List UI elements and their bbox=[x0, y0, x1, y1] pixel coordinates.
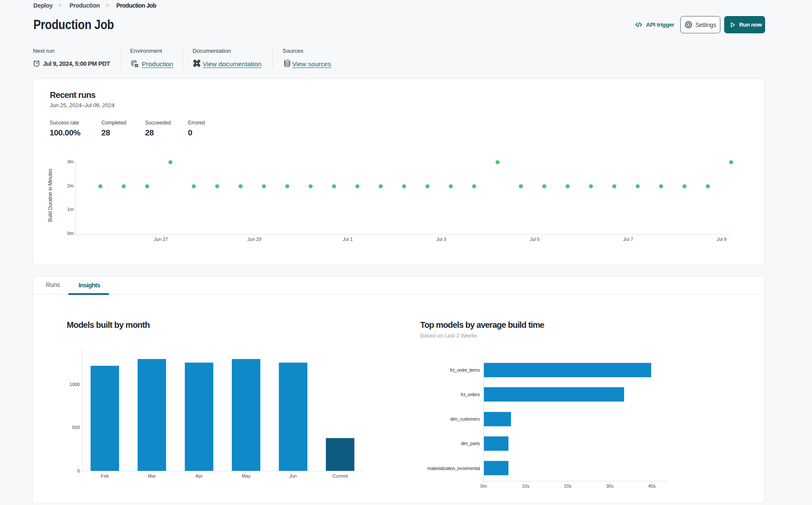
svg-text:Jun: Jun bbox=[289, 473, 297, 478]
svg-text:500: 500 bbox=[72, 425, 80, 430]
svg-text:May: May bbox=[242, 473, 250, 478]
svg-text:0m: 0m bbox=[67, 231, 73, 236]
svg-text:fct_orders: fct_orders bbox=[461, 392, 480, 397]
svg-text:Current: Current bbox=[332, 473, 348, 478]
svg-text:Jul 1: Jul 1 bbox=[343, 237, 353, 242]
svg-text:Jul 7: Jul 7 bbox=[623, 237, 633, 242]
svg-text:1000: 1000 bbox=[70, 382, 80, 387]
svg-text:dim_customers: dim_customers bbox=[450, 416, 480, 421]
svg-text:40s: 40s bbox=[648, 483, 656, 489]
svg-text:dim_parts: dim_parts bbox=[461, 441, 480, 446]
svg-text:2m: 2m bbox=[67, 183, 73, 188]
svg-text:Jul 5: Jul 5 bbox=[530, 237, 540, 242]
svg-text:materialization_incremental: materialization_incremental bbox=[427, 466, 480, 471]
svg-text:0m: 0m bbox=[481, 483, 487, 489]
svg-text:fct_order_items: fct_order_items bbox=[450, 367, 480, 373]
svg-text:Jul 9: Jul 9 bbox=[717, 237, 726, 242]
svg-text:Jun 27: Jun 27 bbox=[154, 237, 168, 242]
svg-text:10s: 10s bbox=[522, 483, 530, 489]
svg-text:Apr: Apr bbox=[196, 473, 203, 478]
svg-text:1m: 1m bbox=[67, 207, 73, 212]
svg-text:30s: 30s bbox=[606, 483, 614, 489]
svg-text:0: 0 bbox=[77, 468, 80, 473]
svg-text:20s: 20s bbox=[564, 483, 572, 489]
svg-text:Jul 3: Jul 3 bbox=[436, 237, 446, 242]
svg-text:Jun 29: Jun 29 bbox=[247, 237, 261, 242]
svg-text:Mar: Mar bbox=[148, 473, 156, 478]
svg-text:Feb: Feb bbox=[101, 473, 109, 478]
svg-text:Build Duration in Minutes: Build Duration in Minutes bbox=[47, 169, 53, 222]
svg-text:3m: 3m bbox=[67, 159, 73, 164]
